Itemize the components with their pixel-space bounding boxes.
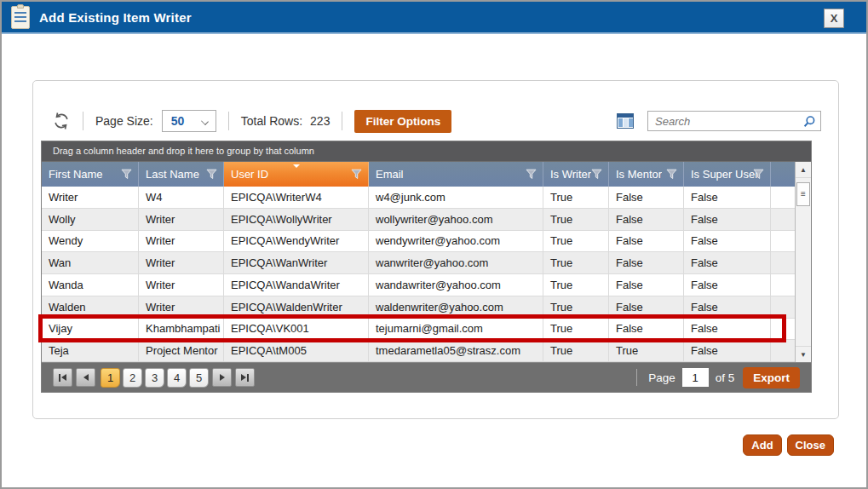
table-cell: Teja [42, 340, 139, 361]
pagination-divider [636, 369, 637, 386]
page-size-value: 50 [171, 114, 185, 128]
column-header-label: Is Mentor [616, 168, 662, 181]
column-chooser-col [629, 118, 633, 127]
column-header-label: Email [376, 168, 404, 181]
table-cell: Writer [42, 187, 139, 208]
page-number-input[interactable] [682, 368, 709, 387]
page-button-3[interactable]: 3 [145, 368, 164, 388]
table-cell: Vijay [42, 319, 139, 340]
table-row[interactable]: WanWriterEPICQA\WanWriterwanwriter@yahoo… [42, 252, 795, 274]
table-cell: False [609, 209, 684, 230]
table-row[interactable]: TejaProject MentorEPICQA\tM005tmedaramet… [42, 340, 795, 362]
table-cell: w4@junk.com [369, 187, 543, 208]
page-button-5[interactable]: 5 [189, 368, 209, 388]
column-header-filler [771, 162, 795, 187]
page-label: Page [648, 371, 675, 384]
export-button[interactable]: Export [743, 367, 800, 388]
table-cell-filler [771, 296, 795, 318]
table-cell: False [684, 274, 771, 296]
table-cell: Writer [139, 231, 224, 252]
dialog-footer: Add Close [743, 434, 834, 456]
table-cell: False [609, 187, 684, 208]
filter-funnel-icon[interactable] [753, 169, 764, 180]
column-header-first-name[interactable]: First Name [42, 162, 139, 187]
table-cell: Writer [139, 252, 224, 273]
column-header-is-writer[interactable]: Is Writer [543, 162, 609, 187]
table-cell: Khambhampati [139, 319, 224, 340]
column-header-last-name[interactable]: Last Name [139, 162, 224, 187]
scroll-up-icon[interactable]: ▲ [796, 162, 811, 178]
last-page-button[interactable] [235, 368, 255, 387]
page-size-select[interactable]: 50 [162, 110, 216, 132]
toolbar-divider [228, 112, 229, 130]
group-by-bar[interactable]: Drag a column header and drop it here to… [42, 141, 811, 162]
table-cell: False [684, 187, 771, 208]
filter-funnel-icon[interactable] [591, 169, 602, 180]
table-cell: False [609, 319, 684, 340]
table-cell: True [543, 296, 609, 318]
table-cell: Writer [139, 274, 224, 296]
table-cell: False [609, 296, 684, 318]
sort-indicator-icon [293, 164, 300, 168]
table-cell: False [684, 296, 771, 318]
total-rows-value: 223 [310, 114, 330, 128]
page-button-4[interactable]: 4 [167, 368, 187, 388]
page-button-1[interactable]: 1 [101, 368, 120, 388]
column-chooser-icon[interactable] [617, 113, 634, 129]
table-cell: False [609, 274, 684, 296]
pagination-right: Page of 5 Export [636, 367, 800, 388]
table-row[interactable]: WendyWriterEPICQA\WendyWriterwendywriter… [42, 231, 795, 253]
table-cell-filler [771, 319, 795, 340]
first-page-button[interactable] [53, 368, 72, 387]
close-dialog-button[interactable]: X [824, 9, 844, 28]
table-row[interactable]: WaldenWriterEPICQA\WaldenWriterwaldenwri… [42, 296, 795, 319]
of-total-label: of 5 [716, 371, 735, 384]
table-cell: False [684, 252, 771, 273]
table-row[interactable]: WandaWriterEPICQA\WandaWriterwandawriter… [42, 274, 795, 296]
filter-options-button[interactable]: Filter Options [354, 110, 451, 133]
table-cell: False [684, 209, 771, 230]
search-input[interactable] [655, 112, 800, 129]
table-row[interactable]: WriterW4EPICQA\WriterW4w4@junk.comTrueFa… [42, 187, 795, 209]
page-button-2[interactable]: 2 [123, 368, 142, 388]
scrollbar-thumb[interactable]: ≡ [796, 182, 810, 206]
vertical-scrollbar[interactable]: ▲ ≡ ▼ [795, 162, 811, 362]
table-row[interactable]: WollyWriterEPICQA\WollyWriterwollywriter… [42, 209, 795, 231]
next-page-arrow-icon [220, 374, 225, 381]
table-cell-filler [771, 231, 795, 252]
filter-funnel-icon[interactable] [206, 169, 217, 180]
next-page-button[interactable] [212, 368, 232, 387]
table-cell-filler [771, 209, 795, 230]
scroll-down-icon[interactable]: ▼ [796, 346, 811, 362]
table-cell: False [684, 340, 771, 361]
table-cell: Writer [139, 209, 224, 230]
filter-funnel-icon[interactable] [351, 169, 362, 180]
filter-funnel-icon[interactable] [666, 169, 677, 180]
column-header-is-super-user[interactable]: Is Super User [684, 162, 771, 187]
search-icon[interactable] [802, 115, 816, 129]
table-cell: waldenwriter@yahoo.com [369, 296, 543, 318]
table-cell: EPICQA\WanWriter [224, 252, 369, 273]
table-cell: True [609, 340, 684, 361]
table-cell: True [543, 340, 609, 361]
column-header-is-mentor[interactable]: Is Mentor [609, 162, 684, 187]
column-header-email[interactable]: Email [369, 162, 543, 187]
table-cell-filler [771, 187, 795, 208]
refresh-icon[interactable] [52, 112, 71, 130]
table-cell-filler [771, 340, 795, 361]
table-row-highlighted[interactable]: VijayKhambhampatiEPICQA\VK001tejumarni@g… [42, 319, 795, 341]
column-header-user-id[interactable]: User ID [224, 162, 369, 187]
filter-funnel-icon[interactable] [121, 169, 132, 180]
previous-page-button[interactable] [76, 368, 95, 387]
table-cell: False [609, 252, 684, 273]
grid-header-row: First Name Last Name User ID Email Is Wr… [42, 162, 795, 187]
table-cell: Writer [139, 296, 224, 318]
table-cell: True [543, 231, 609, 252]
first-page-arrow-icon [61, 374, 66, 381]
add-button[interactable]: Add [743, 434, 781, 456]
table-cell: EPICQA\VK001 [224, 319, 369, 340]
table-cell: EPICQA\WendyWriter [224, 231, 369, 252]
close-button[interactable]: Close [787, 434, 834, 456]
grid-body: WriterW4EPICQA\WriterW4w4@junk.comTrueFa… [42, 187, 795, 362]
filter-funnel-icon[interactable] [526, 169, 537, 180]
